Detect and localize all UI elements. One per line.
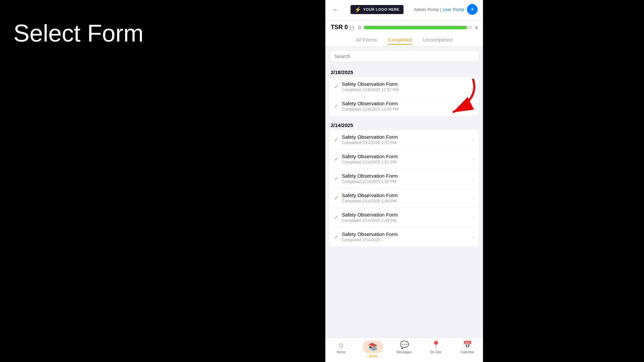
check-icon: ✓ (334, 214, 338, 221)
search-container (325, 47, 483, 65)
progress-fill (364, 26, 467, 29)
chevron-right-icon: › (473, 103, 474, 109)
header-right: Admin Portal | User Portal + (414, 4, 478, 15)
form-list: 2/18/2025 ✓ Safety Observation Form Comp… (325, 65, 483, 362)
form-subtitle: Completed 2/14/2025 1:51 PM (342, 140, 473, 145)
check-icon: ✓ (334, 234, 338, 240)
check-icon: ✓ (334, 156, 338, 162)
form-subtitle: Completed 2/14/2025 1:49 PM (342, 218, 473, 223)
nav-home[interactable]: ⌂ Home (325, 341, 357, 358)
nav-onsite-label: On-Site (430, 350, 441, 354)
form-info: Safety Observation Form Completed 2/14/2… (342, 134, 473, 145)
search-input[interactable] (329, 50, 479, 62)
chevron-right-icon: › (473, 195, 474, 201)
add-button[interactable]: + (467, 4, 478, 15)
form-item-7[interactable]: ✓ Safety Observation Form Completed 2/14… (329, 208, 479, 227)
form-name: Safety Observation Form (342, 212, 473, 218)
form-info: Safety Observation Form Completed 2/14/2… (342, 231, 473, 242)
form-card-1: ✓ Safety Observation Form Completed 2/18… (329, 77, 479, 116)
form-name: Safety Observation Form (342, 192, 473, 198)
form-subtitle: Completed 2/14/2025 1:51 PM (342, 160, 473, 165)
form-name: Safety Observation Form (342, 173, 473, 179)
admin-portal-link[interactable]: Admin Portal (414, 7, 439, 12)
date-group-1: 2/18/2025 ✓ Safety Observation Form Comp… (329, 65, 479, 116)
date-header-2: 2/14/2025 (329, 118, 479, 130)
form-item-8[interactable]: ✓ Safety Observation Form Completed 2/14… (329, 227, 479, 246)
app-container: ← ⚡ YOUR LOGO HERE Admin Portal | User P… (325, 0, 483, 362)
home-icon: ⌂ (339, 341, 343, 349)
tsr-label: TSR 0 (-) (331, 24, 354, 31)
left-panel: Select Form (0, 0, 164, 362)
user-portal-link[interactable]: User Portal (442, 7, 464, 12)
portal-links: Admin Portal | User Portal (414, 7, 464, 12)
page-title: Select Form (13, 20, 144, 47)
calendar-icon: 📅 (463, 341, 472, 349)
library-icon: 📚 (368, 343, 377, 351)
right-panel: ← ⚡ YOUR LOGO HERE Admin Portal | User P… (164, 0, 644, 362)
form-subtitle: Completed 2/14/2025 ... (342, 238, 473, 242)
check-icon: ✓ (334, 195, 338, 201)
form-name: Safety Observation Form (342, 154, 473, 159)
tabs-bar: All Forms Completed Uncompleted (325, 34, 483, 47)
nav-messages-label: Messages (396, 350, 412, 354)
progress-left: 0 (358, 25, 361, 30)
form-subtitle: Completed 2/14/2025 1:49 PM (342, 199, 473, 203)
nav-home-label: Home (337, 350, 346, 354)
date-header-1: 2/18/2025 (329, 65, 479, 77)
form-item-3[interactable]: ✓ Safety Observation Form Completed 2/14… (329, 130, 479, 149)
form-name: Safety Observation Form (342, 231, 473, 237)
chevron-right-icon: › (473, 234, 474, 240)
progress-bar-container: 0 4 (358, 25, 478, 30)
date-group-2: 2/14/2025 ✓ Safety Observation Form Comp… (329, 118, 479, 246)
nav-messages[interactable]: 💬 Messages (388, 341, 420, 358)
chevron-right-icon: › (473, 137, 474, 143)
tsr-row: TSR 0 (-) 0 4 (325, 20, 483, 34)
form-item-4[interactable]: ✓ Safety Observation Form Completed 2/14… (329, 149, 479, 169)
tab-completed[interactable]: Completed (388, 37, 412, 45)
nav-calendar[interactable]: 📅 Calendar (451, 341, 483, 358)
form-info: Safety Observation Form Completed 2/14/2… (342, 192, 473, 203)
onsite-icon: 📍 (431, 341, 440, 349)
form-info: Safety Observation Form Completed 2/18/2… (342, 81, 473, 92)
form-item-6[interactable]: ✓ Safety Observation Form Completed 2/14… (329, 188, 479, 208)
nav-library-label: Library (368, 354, 378, 358)
check-icon: ✓ (334, 136, 338, 143)
chevron-right-icon: › (473, 215, 474, 221)
progress-right: 4 (475, 25, 478, 30)
form-item-1[interactable]: ✓ Safety Observation Form Completed 2/18… (329, 77, 479, 97)
form-name: Safety Observation Form (342, 134, 473, 140)
tab-uncompleted[interactable]: Uncompleted (423, 37, 452, 45)
nav-onsite[interactable]: 📍 On-Site (420, 341, 451, 358)
logo-text: YOUR LOGO HERE (363, 7, 399, 11)
back-button[interactable]: ← (331, 4, 340, 15)
form-info: Safety Observation Form Completed 2/14/2… (342, 212, 473, 223)
tab-all-forms[interactable]: All Forms (356, 37, 377, 45)
bottom-nav: ⌂ Home 📚 Library 💬 Messages 📍 On-Site 📅 … (325, 338, 483, 362)
check-icon: ✓ (334, 83, 338, 90)
form-name: Safety Observation Form (342, 81, 473, 87)
form-info: Safety Observation Form Completed 2/18/2… (342, 101, 473, 112)
chevron-right-icon: › (473, 176, 474, 182)
form-card-2: ✓ Safety Observation Form Completed 2/14… (329, 130, 479, 246)
form-item-2[interactable]: ✓ Safety Observation Form Completed 2/18… (329, 97, 479, 116)
nav-library[interactable]: 📚 Library (357, 341, 388, 358)
messages-icon: 💬 (400, 341, 409, 349)
logo-area: ⚡ YOUR LOGO HERE (351, 5, 404, 14)
separator: | (440, 7, 442, 12)
form-item-5[interactable]: ✓ Safety Observation Form Completed 2/14… (329, 169, 479, 188)
chevron-right-icon: › (473, 84, 474, 90)
form-subtitle: Completed 2/14/2025 1:50 PM (342, 179, 473, 184)
form-subtitle: Completed 2/18/2025 12:30 PM (342, 107, 473, 112)
form-info: Safety Observation Form Completed 2/14/2… (342, 154, 473, 165)
nav-calendar-label: Calendar (461, 350, 474, 354)
logo-bolt-icon: ⚡ (355, 6, 361, 13)
header-top: ← ⚡ YOUR LOGO HERE Admin Portal | User P… (331, 4, 478, 15)
app-header: ← ⚡ YOUR LOGO HERE Admin Portal | User P… (325, 0, 483, 20)
form-info: Safety Observation Form Completed 2/14/2… (342, 173, 473, 184)
check-icon: ✓ (334, 103, 338, 109)
progress-bar (364, 26, 472, 29)
form-subtitle: Completed 2/18/2025 12:52 PM (342, 87, 473, 92)
form-name: Safety Observation Form (342, 101, 473, 106)
chevron-right-icon: › (473, 156, 474, 162)
check-icon: ✓ (334, 175, 338, 182)
